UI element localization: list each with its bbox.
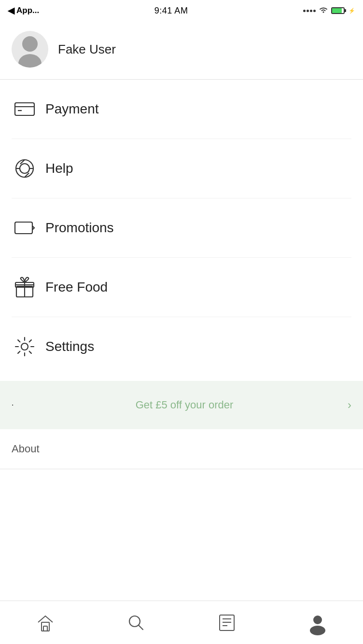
free-food-icon (12, 274, 38, 300)
promo-text: Get £5 off your order (21, 399, 348, 411)
profile-icon (309, 614, 326, 631)
svg-rect-20 (43, 626, 47, 631)
svg-line-22 (139, 625, 143, 630)
svg-point-18 (21, 343, 28, 350)
menu-item-settings[interactable]: Settings (12, 317, 351, 376)
menu-item-help[interactable]: Help (12, 139, 351, 198)
username: Fake User (58, 42, 116, 57)
battery-icon (331, 7, 345, 14)
about-section[interactable]: About (0, 429, 363, 469)
promotions-icon (12, 215, 38, 241)
menu-item-payment[interactable]: Payment (12, 80, 351, 139)
back-arrow-icon: ◀ (8, 5, 14, 16)
wifi-icon (319, 6, 328, 15)
signal-icon (303, 10, 316, 12)
user-header: Fake User (0, 21, 363, 79)
tab-profile[interactable] (272, 601, 363, 644)
promotions-label: Promotions (45, 220, 114, 236)
charging-icon: ⚡ (349, 8, 355, 14)
payment-label: Payment (45, 101, 99, 117)
home-icon (37, 615, 54, 631)
orders-icon (219, 614, 235, 631)
help-label: Help (45, 161, 73, 176)
tab-bar (0, 601, 363, 644)
payment-icon (12, 96, 38, 122)
svg-point-27 (313, 616, 322, 624)
promo-dot: · (12, 401, 21, 409)
menu-item-free-food[interactable]: Free Food (12, 258, 351, 317)
free-food-label: Free Food (45, 280, 108, 295)
tab-orders[interactable] (182, 601, 272, 644)
svg-point-2 (22, 36, 38, 52)
settings-icon (12, 334, 38, 360)
svg-point-8 (20, 164, 29, 173)
status-left: ◀ App... (8, 5, 39, 16)
status-time: 9:41 AM (154, 6, 188, 16)
menu-section: Payment Help Promotions (0, 80, 363, 376)
search-icon (128, 615, 144, 631)
tab-home[interactable] (0, 601, 91, 644)
menu-item-promotions[interactable]: Promotions (12, 198, 351, 258)
svg-point-28 (310, 626, 325, 635)
avatar (12, 31, 48, 68)
app-label: App... (16, 6, 39, 15)
svg-rect-13 (15, 222, 32, 234)
svg-point-0 (322, 12, 324, 13)
promo-banner[interactable]: · Get £5 off your order › (0, 381, 363, 429)
tab-search[interactable] (91, 601, 182, 644)
help-icon (12, 155, 38, 182)
settings-label: Settings (45, 339, 94, 354)
status-right: ⚡ (303, 6, 355, 15)
status-bar: ◀ App... 9:41 AM ⚡ (0, 0, 363, 21)
promo-arrow: › (348, 398, 351, 412)
about-label: About (12, 443, 40, 455)
svg-rect-4 (15, 103, 34, 115)
